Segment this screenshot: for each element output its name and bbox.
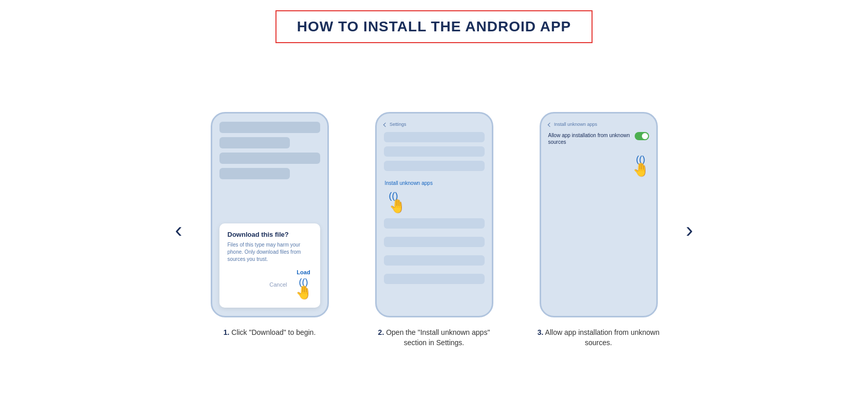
step-3-num: 3.: [538, 328, 544, 336]
tap-icon-1: (() 🤚: [296, 277, 312, 300]
prev-arrow[interactable]: ‹: [155, 218, 203, 242]
step-2-desc: 2. Open the "Install unknown apps" secti…: [367, 328, 501, 348]
settings-bar: [384, 161, 485, 171]
step-2: Settings Install unknown apps (() 🤚: [367, 112, 501, 348]
step-1-desc: 1. Click "Download" to begin.: [221, 328, 318, 338]
settings-bar: [384, 255, 485, 266]
bar: [219, 168, 290, 179]
step-2-num: 2.: [378, 328, 384, 336]
content-bars-1: [219, 122, 320, 219]
tap-hand-3: 🤚: [633, 162, 649, 178]
install-back-nav: Install unknown apps: [548, 122, 649, 127]
step-1: Download this file? Files of this type m…: [203, 112, 337, 338]
chevron-left-icon: [383, 122, 387, 126]
dialog-title: Download this file?: [228, 231, 312, 238]
chevron-left-icon: [547, 122, 551, 126]
step-3: Install unknown apps Allow app installat…: [532, 112, 666, 348]
install-unknown-label: Install unknown apps: [385, 180, 485, 186]
step-3-text: Allow app installation from unknown sour…: [544, 328, 660, 347]
carousel-wrapper: ‹ Download this file? Files of this type…: [0, 64, 868, 396]
phone-mockup-3: Install unknown apps Allow app installat…: [540, 112, 658, 317]
step-3-desc: 3. Allow app installation from unknown s…: [532, 328, 666, 348]
step-1-num: 1.: [224, 328, 230, 336]
settings-bar: [384, 132, 485, 142]
cancel-button[interactable]: Cancel: [269, 281, 287, 288]
bar: [219, 137, 290, 148]
allow-installation-row: Allow app installation from unknown sour…: [548, 132, 649, 145]
toggle-allow[interactable]: [635, 132, 649, 140]
page-title-box: HOW TO INSTALL THE ANDROID APP: [275, 10, 593, 43]
next-arrow[interactable]: ›: [666, 218, 714, 242]
step-2-text: Open the "Install unknown apps" section …: [384, 328, 490, 347]
tap-icon-2: (() 🤚: [389, 191, 405, 214]
download-dialog: Download this file? Files of this type m…: [219, 223, 320, 308]
page-title: HOW TO INSTALL THE ANDROID APP: [297, 18, 571, 34]
load-button[interactable]: Load: [297, 269, 310, 275]
settings-bar: [384, 237, 485, 247]
phone-mockup-2: Settings Install unknown apps (() 🤚: [375, 112, 493, 317]
tap-hand-2: 🤚: [389, 198, 405, 214]
tap-hand-1: 🤚: [296, 285, 312, 300]
settings-bar: [384, 218, 485, 229]
settings-bar: [384, 274, 485, 284]
bar: [219, 122, 320, 133]
tap-icon-3: (() 🤚: [633, 155, 649, 178]
dialog-body: Files of this type may harm your phone. …: [228, 241, 312, 263]
dialog-actions: Cancel Load (() 🤚: [228, 269, 312, 300]
settings-bar: [384, 146, 485, 157]
phone-mockup-1: Download this file? Files of this type m…: [211, 112, 329, 317]
steps-container: Download this file? Files of this type m…: [203, 112, 666, 348]
step-1-text: Click "Download" to begin.: [229, 328, 316, 336]
allow-installation-text: Allow app installation from unknown sour…: [548, 132, 631, 145]
bar: [219, 153, 320, 164]
settings-back-nav: Settings: [384, 122, 485, 127]
